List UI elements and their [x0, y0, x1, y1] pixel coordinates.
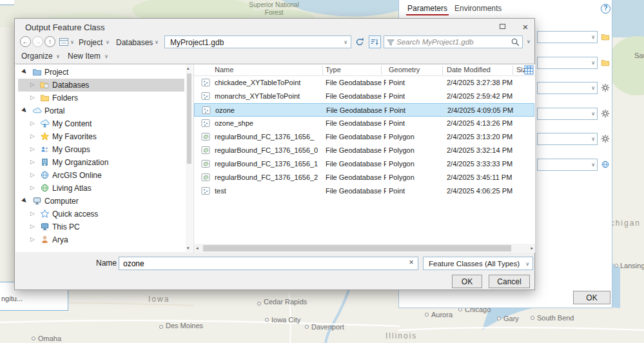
table-row[interactable]: regularBound_FC_1376_1656_1File Geodatab…: [194, 157, 534, 171]
cancel-button[interactable]: Cancel: [489, 275, 530, 288]
expand-arrow-icon[interactable]: ▷: [30, 172, 35, 178]
path-combobox[interactable]: MyProject1.gdb ∨: [164, 35, 351, 48]
param-dropdown-1[interactable]: ∨: [537, 31, 598, 43]
expand-arrow-icon[interactable]: ▷: [30, 223, 35, 230]
expand-arrow-icon[interactable]: ▷: [30, 81, 35, 88]
table-row[interactable]: testFile Geodatabase FPoint2/4/2025 4:06…: [194, 184, 534, 198]
tree-item-arya[interactable]: ▷Arya: [18, 233, 184, 246]
clear-icon[interactable]: ×: [407, 258, 416, 267]
tab-parameters[interactable]: Parameters: [407, 4, 447, 13]
column-header-geometry[interactable]: Geometry: [389, 66, 420, 74]
param-dropdown-4[interactable]: ∨: [537, 108, 598, 120]
tree-item-my-organization[interactable]: ▷My Organization: [18, 156, 184, 169]
tree-item-my-favorites[interactable]: ▷My Favorites: [18, 130, 184, 143]
search-icon[interactable]: [511, 37, 520, 47]
tree-item-my-content[interactable]: ▷My Content: [18, 117, 184, 130]
column-header-name[interactable]: Name: [215, 66, 233, 74]
gear-icon[interactable]: [601, 109, 610, 118]
ok-button[interactable]: OK: [452, 275, 482, 288]
city-dot: [498, 317, 501, 320]
column-header-modified[interactable]: Date Modified: [447, 66, 491, 74]
tree-item-folders[interactable]: ▷Folders: [18, 92, 184, 104]
collapse-arrow-icon[interactable]: ▶: [21, 106, 28, 114]
expand-arrow-icon[interactable]: ▷: [30, 133, 35, 139]
tree-item-arcgis-online[interactable]: ▷ArcGIS Online: [18, 169, 184, 182]
browse-folder-icon[interactable]: [601, 32, 610, 41]
maximize-button[interactable]: [496, 21, 509, 32]
new-item-menu[interactable]: New Item: [68, 52, 101, 61]
catalog-tree: ▶Project ▷Databases ▷Folders ▶Portal ▷My…: [18, 64, 193, 253]
help-icon[interactable]: ?: [601, 4, 610, 14]
close-button[interactable]: ×: [519, 21, 532, 32]
table-row[interactable]: regularBound_FC_1376_1656_0File Geodatab…: [194, 144, 534, 157]
dialog-menubar: Organize ∨ New Item ∨: [15, 50, 534, 64]
table-row[interactable]: ozone_shpeFile Geodatabase FPoint2/4/202…: [194, 117, 534, 130]
organize-menu[interactable]: Organize: [21, 52, 53, 61]
globe-icon[interactable]: [601, 160, 610, 169]
databases-menu-button[interactable]: Databases: [116, 38, 153, 47]
scrollbar-thumb[interactable]: [203, 245, 511, 251]
param-dropdown-6[interactable]: ∨: [537, 159, 598, 171]
cell-name: chickadee_XYTableToPoint: [215, 79, 320, 86]
dialog-titlebar[interactable]: Output Feature Class ×: [15, 19, 534, 34]
table-row[interactable]: chickadee_XYTableToPointFile Geodatabase…: [194, 76, 534, 90]
sort-button[interactable]: [369, 35, 381, 48]
param-dropdown-3[interactable]: ∨: [537, 82, 598, 94]
expand-arrow-icon[interactable]: ▷: [30, 120, 35, 126]
table-row[interactable]: monarchs_XYTableToPointFile Geodatabase …: [194, 90, 534, 103]
param-dropdown-2[interactable]: ∨: [537, 57, 598, 69]
expand-arrow-icon[interactable]: ▷: [30, 184, 35, 191]
scroll-down-icon[interactable]: ▾: [187, 246, 190, 251]
gear-icon[interactable]: [601, 134, 610, 143]
type-filter-combobox[interactable]: Feature Classes (All Types) ∨: [423, 257, 533, 270]
tree-item-this-pc[interactable]: ▷This PC: [18, 220, 184, 233]
list-header: Name Type Geometry Date Modified Size: [194, 64, 535, 76]
tree-item-databases[interactable]: ▷Databases: [18, 79, 184, 92]
table-row[interactable]: regularBound_FC_1376_1656_2File Geodatab…: [194, 171, 534, 184]
name-input[interactable]: [119, 257, 418, 270]
expand-arrow-icon[interactable]: ▷: [30, 94, 35, 101]
list-horizontal-scrollbar[interactable]: ◂ ▸: [194, 244, 535, 253]
table-row-selected[interactable]: ozoneFile Geodatabase FPoint2/4/2025 4:0…: [194, 103, 534, 117]
column-header-type[interactable]: Type: [326, 66, 341, 74]
pane-ok-button[interactable]: OK: [573, 291, 610, 304]
scrollbar-thumb[interactable]: [187, 74, 191, 164]
forward-button[interactable]: →: [32, 36, 43, 47]
expand-arrow-icon[interactable]: ▷: [30, 210, 35, 217]
cell-name: test: [215, 187, 320, 195]
scroll-up-icon[interactable]: ▴: [187, 66, 190, 71]
chevron-down-icon: ∨: [155, 40, 159, 45]
city-dot: [615, 264, 618, 268]
browse-folder-icon[interactable]: [601, 58, 610, 67]
collapse-arrow-icon[interactable]: ▶: [21, 68, 28, 75]
expand-arrow-icon[interactable]: ▷: [30, 236, 35, 242]
refresh-icon[interactable]: [355, 37, 365, 47]
tab-environments[interactable]: Environments: [454, 4, 502, 13]
up-button[interactable]: ↑: [44, 36, 55, 47]
tree-item-living-atlas[interactable]: ▷Living Atlas: [18, 182, 184, 195]
search-options-chevron[interactable]: ∨: [527, 39, 531, 44]
project-menu-button[interactable]: Project: [79, 38, 102, 47]
gear-icon[interactable]: [601, 83, 610, 92]
tree-scrollbar[interactable]: ▴ ▾: [186, 64, 193, 253]
tree-item-project[interactable]: ▶Project: [18, 66, 184, 79]
scroll-left-icon[interactable]: ◂: [196, 246, 199, 251]
back-button[interactable]: ←: [20, 36, 31, 47]
chevron-down-icon[interactable]: ∨: [70, 40, 74, 45]
param-dropdown-5[interactable]: ∨: [537, 133, 598, 145]
view-options-icon[interactable]: [59, 37, 69, 47]
tree-item-my-groups[interactable]: ▷My Groups: [18, 143, 184, 156]
computer-icon: [32, 196, 42, 206]
filter-icon[interactable]: [386, 38, 395, 47]
expand-arrow-icon[interactable]: ▷: [30, 146, 35, 152]
collapse-arrow-icon[interactable]: ▶: [21, 197, 28, 204]
column-options-grid-icon[interactable]: [524, 65, 534, 75]
tree-item-portal[interactable]: ▶Portal: [18, 104, 184, 117]
expand-arrow-icon[interactable]: ▷: [30, 159, 35, 165]
tree-item-computer[interactable]: ▶Computer: [18, 195, 184, 208]
table-row[interactable]: regularBound_FC_1376_1656_File Geodataba…: [194, 130, 534, 144]
tree-item-quick-access[interactable]: ▷Quick access: [18, 208, 184, 220]
scroll-right-icon[interactable]: ▸: [531, 246, 533, 251]
user-icon: [40, 235, 50, 244]
search-input[interactable]: [396, 37, 506, 47]
